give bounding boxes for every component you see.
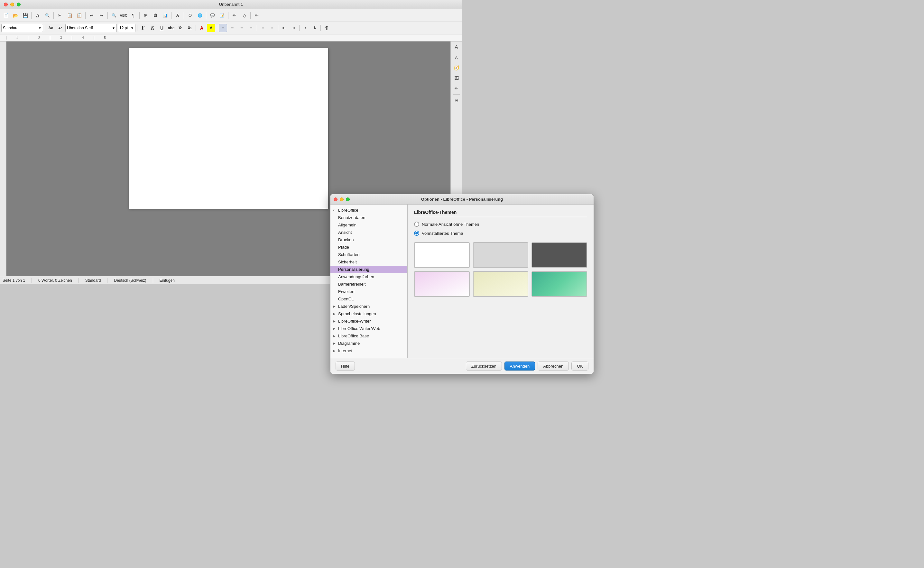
tree-item-personalisierung[interactable]: Personalisierung [330,266,407,273]
dialog-title: Optionen - LibreOffice - Personalisierun… [421,197,462,202]
content-panel: LibreOffice-Themen Normale Ansicht ohne … [408,205,462,284]
tree-item-schriftarten[interactable]: Schriftarten [330,251,407,258]
radio-label-2: Vorinstalliertes Thema [422,231,462,236]
tree-item-label: Anwendungsfarben [338,274,374,279]
tree-item-label: Personalisierung [338,267,369,272]
section-title: LibreOffice-Themen [414,210,462,217]
dialog-min-button[interactable] [340,198,343,201]
dialog-max-button[interactable] [346,198,350,201]
dialog-traffic-lights [334,198,350,201]
theme-pink[interactable] [414,271,462,284]
tree-item-allgemein[interactable]: Allgemein [330,221,407,229]
radio-circle-2[interactable] [414,231,419,236]
radio-option-1[interactable]: Normale Ansicht ohne Themen [414,222,462,227]
tree-item-label: Drucken [338,237,354,242]
tree-expand-icon: ▾ [333,208,337,212]
tree-item-barrierefreiheit[interactable]: Barrierefreiheit [330,281,407,284]
tree-item-label: Barrierefreiheit [338,282,366,284]
radio-circle-1[interactable] [414,222,419,227]
tree-item-label: Ansicht [338,230,352,235]
radio-group: Normale Ansicht ohne Themen Vorinstallie… [414,222,462,236]
tree-item-anwendungsfarben[interactable]: Anwendungsfarben [330,273,407,281]
options-dialog: Optionen - LibreOffice - Personalisierun… [330,194,462,284]
tree-item-ansicht[interactable]: Ansicht [330,229,407,236]
tree-item-sicherheit[interactable]: Sicherheit [330,258,407,266]
tree-item-label: Sicherheit [338,260,357,264]
dialog-titlebar: Optionen - LibreOffice - Personalisierun… [330,194,462,205]
theme-white[interactable] [414,242,462,268]
dialog-overlay: Optionen - LibreOffice - Personalisierun… [0,0,462,284]
theme-grid [414,242,462,284]
radio-option-2[interactable]: Vorinstalliertes Thema [414,231,462,236]
tree-item-label: Benutzerdaten [338,215,366,220]
dialog-body: ▾ LibreOffice Benutzerdaten Allgemein An… [330,205,462,284]
tree-item-drucken[interactable]: Drucken [330,236,407,243]
dialog-close-button[interactable] [334,198,337,201]
tree-item-label: LibreOffice [338,208,358,213]
tree-item-pfade[interactable]: Pfade [330,243,407,251]
radio-label-1: Normale Ansicht ohne Themen [422,222,462,227]
options-tree: ▾ LibreOffice Benutzerdaten Allgemein An… [330,205,408,284]
tree-item-label: Allgemein [338,222,357,227]
tree-item-label: Schriftarten [338,252,359,257]
tree-item-libreoffice[interactable]: ▾ LibreOffice [330,207,407,214]
tree-item-label: Pfade [338,245,349,249]
tree-item-benutzerdaten[interactable]: Benutzerdaten [330,214,407,221]
